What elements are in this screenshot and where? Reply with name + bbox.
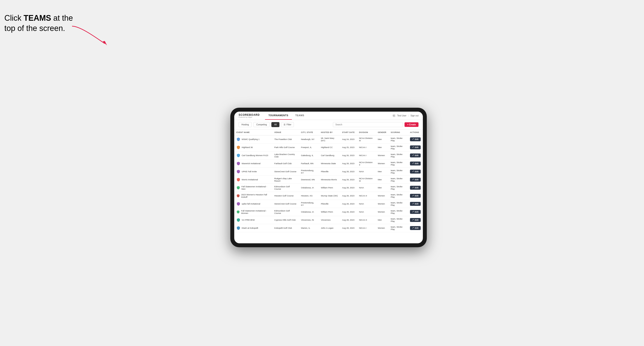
col-venue: VENUE [272,130,299,135]
cell-division: NICAA II [357,216,376,224]
cell-start-date: Aug 24, 2023 [340,135,357,143]
cell-hosted-by: Pikeville [319,168,340,175]
table-row: Highland 36 Park Hills Golf Course Freep… [234,143,423,151]
instruction-text: Click TEAMS at the top of the screen. [4,13,73,33]
team-icon [236,178,240,181]
edit-button[interactable]: Edit [410,226,421,230]
col-scoring: SCORING [388,130,408,135]
user-name: Test User [397,115,406,117]
gear-icon[interactable] [392,114,395,117]
cell-venue: The Powelton Club [272,135,299,143]
logo-area: SCOREBOARD Powered by clippit [238,113,260,118]
cell-gender: Women [376,200,388,208]
cell-scoring: team, Stroke Play [388,143,408,151]
cell-actions: Edit [408,168,423,175]
team-icon [236,226,240,230]
cell-city: Prestonsburg, KY [299,200,319,208]
cell-actions: Edit [408,224,423,232]
sign-out-link[interactable]: Sign out [410,115,418,117]
cell-scoring: team, Stroke Play [388,224,408,232]
edit-button[interactable]: Edit [410,178,421,181]
filter-icon: ☰ [284,123,286,126]
edit-button[interactable]: Edit [410,162,421,166]
cell-start-date: Aug 28, 2023 [340,192,357,200]
cell-venue: Park Hills Golf Course [272,143,299,151]
cell-start-date: Aug 28, 2023 [340,159,357,168]
cell-event-name: Highland 36 [234,143,272,151]
hosting-button[interactable]: Hosting [238,122,252,127]
nav-divider: | [408,115,409,117]
cell-start-date: Aug 28, 2023 [340,183,357,192]
cell-division: NAIA [357,168,376,175]
table-row: MSMC Qualifying 1 The Powelton Club Newb… [234,135,423,143]
nav-tab-teams[interactable]: TEAMS [292,112,308,120]
cell-hosted-by: Vincennes [319,216,340,224]
nav-tab-tournaments[interactable]: TOURNAMENTS [265,112,292,120]
cell-division: NAIA [357,200,376,208]
table-row: Klash at Kokopelli Kokopelli Golf Club M… [234,224,423,232]
cell-division: NAIA [357,183,376,192]
cell-actions: Edit [408,200,423,208]
table-row: Fall Statesmen Invitational - Men Edmund… [234,183,423,192]
col-division: DIVISION [357,130,376,135]
cell-city: Prestonsburg, KY [299,168,319,175]
edit-button[interactable]: Edit [410,210,421,214]
cell-event-name: VU PREVIEW [234,216,272,224]
competing-button[interactable]: Competing [254,122,270,127]
filter-label: Filter [286,123,291,126]
all-button[interactable]: All [271,122,280,127]
cell-start-date: Aug 28, 2023 [340,208,357,216]
edit-button[interactable]: Edit [410,194,421,198]
search-input[interactable] [333,122,403,127]
cell-actions: Edit [408,183,423,192]
edit-button[interactable]: Edit [410,170,421,173]
edit-button[interactable]: Edit [410,202,421,206]
event-name-text: Carl Sandburg Women FA23 [242,154,268,157]
cell-hosted-by: Minnesota State [319,159,340,168]
table-row: Fall Statesmen Invitational - Women Edmu… [234,208,423,216]
event-name-text: 2023 Women's Hesston Fall Kickoff [241,193,270,198]
svg-marker-0 [102,41,107,45]
edit-icon [412,195,414,197]
event-name-text: UPKE Fall Invite [242,170,257,173]
table-row: upike fall invitational StoneCrest Golf … [234,200,423,208]
cell-actions: Edit [408,192,423,200]
edit-button[interactable]: Edit [410,218,421,222]
col-city-state: CITY, STATE [299,130,319,135]
cell-hosted-by: Minnesota-Morris [319,175,340,183]
cell-scoring: team, Stroke Play [388,175,408,183]
edit-icon [412,146,414,148]
cell-event-name: Carl Sandburg Women FA23 [234,151,272,159]
cell-gender: Women [376,151,388,159]
cell-start-date: Aug 28, 2023 [340,224,357,232]
event-name-text: Highland 36 [242,146,253,149]
edit-button[interactable]: Edit [410,186,421,190]
filter-button[interactable]: ☰ Filter [281,122,294,127]
cell-venue: Edmundson Golf Course [272,208,299,216]
cell-start-date: Aug 28, 2023 [340,216,357,224]
cell-gender: Women [376,159,388,168]
cell-event-name: 2023 Women's Hesston Fall Kickoff [234,192,272,200]
cell-venue: Faribault Golf Club [272,159,299,168]
cell-scoring: team, Stroke Play [388,216,408,224]
cell-scoring: team, Stroke Play [388,208,408,216]
edit-button[interactable]: Edit [410,137,421,141]
team-icon [236,210,240,214]
instruction-line1: Click TEAMS at the [4,13,73,22]
create-button[interactable]: + Create [404,122,418,127]
cell-city: Oskaloosa, IA [299,183,319,192]
cell-division: NCAA Division III [357,175,376,183]
edit-icon [412,138,414,140]
event-name-text: VU PREVIEW [242,219,255,221]
event-name-text: Klash at Kokopelli [242,227,258,229]
nav-right: Test User | Sign out [392,114,418,117]
edit-icon [412,219,414,221]
edit-button[interactable]: Edit [410,154,421,158]
cell-hosted-by: William Penn [319,183,340,192]
tablet-screen: SCOREBOARD Powered by clippit TOURNAMENT… [234,112,423,243]
logo-subtitle: Powered by clippit [238,116,260,118]
edit-icon [412,227,414,229]
cell-event-name: UPKE Fall Invite [234,168,272,175]
edit-button[interactable]: Edit [410,146,421,149]
cell-event-name: upike fall invitational [234,200,272,208]
